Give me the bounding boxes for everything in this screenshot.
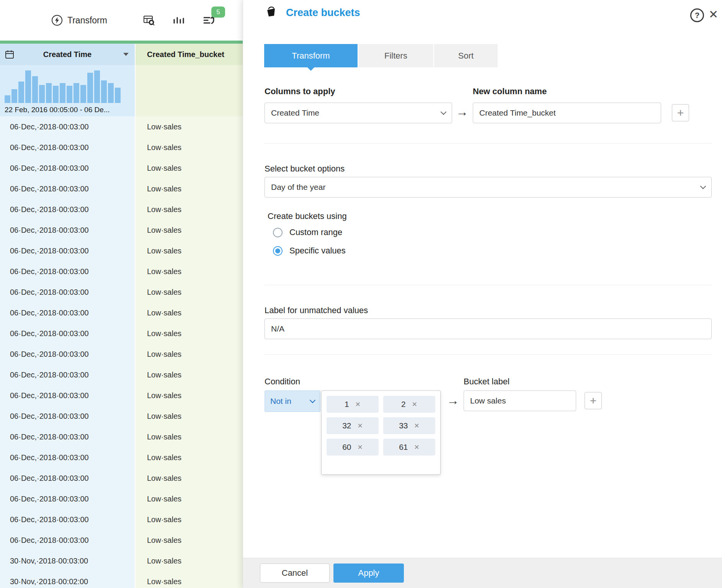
table-row[interactable]: 06·Dec,·2018·00:03:00Low·sales xyxy=(0,240,243,261)
cell-created-time: 06·Dec,·2018·00:03:00 xyxy=(0,426,136,447)
table-row[interactable]: 06·Dec,·2018·00:03:00Low·sales xyxy=(0,178,243,199)
dialog-tabs: TransformFiltersSort xyxy=(264,44,498,67)
cell-created-time: 06·Dec,·2018·00:03:00 xyxy=(0,302,136,323)
plus-icon: + xyxy=(590,395,597,407)
table-row[interactable]: 06·Dec,·2018·00:03:00Low·sales xyxy=(0,137,243,158)
columns-to-apply-select[interactable]: Created Time xyxy=(265,103,452,123)
cell-created-time: 06·Dec,·2018·00:03:00 xyxy=(0,385,136,406)
cell-created-time: 06·Dec,·2018·00:03:00 xyxy=(0,344,136,364)
column-summary-row: 22 Feb, 2016 00:05:00 - 06 De... xyxy=(0,65,243,116)
table-row[interactable]: 06·Dec,·2018·00:03:00Low·sales xyxy=(0,323,243,344)
cell-created-time-bucket: Low·sales xyxy=(136,240,243,261)
transform-steps-icon[interactable]: 5 xyxy=(202,14,216,26)
histogram-bar xyxy=(32,76,38,103)
condition-values[interactable]: 1✕2✕32✕33✕60✕61✕ xyxy=(321,390,441,475)
created-time-histogram[interactable]: 22 Feb, 2016 00:05:00 - 06 De... xyxy=(0,65,136,116)
unmatched-values-input[interactable] xyxy=(265,318,712,339)
histogram-bar xyxy=(87,73,93,103)
table-body: 06·Dec,·2018·00:03:00Low·sales06·Dec,·20… xyxy=(0,116,243,588)
create-buckets-dialog: Create buckets ? ✕ TransformFiltersSort … xyxy=(243,0,722,588)
radio-label: Custom range xyxy=(289,227,342,237)
table-row[interactable]: 06·Dec,·2018·00:03:00Low·sales xyxy=(0,158,243,178)
table-row[interactable]: 06·Dec,·2018·00:03:00Low·sales xyxy=(0,385,243,406)
help-icon[interactable]: ? xyxy=(690,8,704,22)
column-menu-caret-icon[interactable] xyxy=(123,53,129,56)
cell-created-time: 06·Dec,·2018·00:03:00 xyxy=(0,447,136,468)
table-row[interactable]: 06·Dec,·2018·00:03:00Low·sales xyxy=(0,199,243,220)
bucket-icon xyxy=(265,5,278,18)
table-search-icon[interactable] xyxy=(142,14,155,27)
cell-created-time: 06·Dec,·2018·00:03:00 xyxy=(0,220,136,240)
histogram-bar xyxy=(5,95,10,103)
column-header-created-time[interactable]: Created Time xyxy=(0,44,136,65)
table-row[interactable]: 06·Dec,·2018·00:03:00Low·sales xyxy=(0,426,243,447)
cell-created-time: 06·Dec,·2018·00:03:00 xyxy=(0,488,136,509)
close-icon[interactable]: ✕ xyxy=(709,8,718,21)
selected-column-value: Created Time xyxy=(271,108,319,118)
table-row[interactable]: 06·Dec,·2018·00:03:00Low·sales xyxy=(0,344,243,364)
chip-remove-icon[interactable]: ✕ xyxy=(412,400,417,408)
condition-value-chip[interactable]: 2✕ xyxy=(383,396,435,413)
cell-created-time-bucket: Low·sales xyxy=(136,158,243,178)
table-row[interactable]: 06·Dec,·2018·00:03:00Low·sales xyxy=(0,447,243,468)
table-row[interactable]: 30·Nov,·2018·00:02:00Low·sales xyxy=(0,571,243,588)
bucket-label-input[interactable] xyxy=(464,390,576,411)
section-divider xyxy=(265,354,712,355)
table-row[interactable]: 06·Dec,·2018·00:03:00Low·sales xyxy=(0,530,243,550)
transform-menu-button[interactable]: Transform xyxy=(51,15,107,26)
cell-created-time-bucket: Low·sales xyxy=(136,488,243,509)
add-bucket-button[interactable]: + xyxy=(585,392,602,409)
condition-operator-select[interactable]: Not in xyxy=(265,390,320,412)
table-row[interactable]: 06·Dec,·2018·00:03:00Low·sales xyxy=(0,488,243,509)
new-column-name-input[interactable] xyxy=(473,103,661,123)
chip-remove-icon[interactable]: ✕ xyxy=(414,443,420,451)
table-row[interactable]: 06·Dec,·2018·00:03:00Low·sales xyxy=(0,364,243,385)
radio-custom-range[interactable]: Custom range xyxy=(273,227,342,237)
bucket-label-label: Bucket label xyxy=(464,377,510,387)
arrow-glyph: → xyxy=(456,105,468,119)
condition-value-chip[interactable]: 33✕ xyxy=(383,417,435,434)
table-row[interactable]: 06·Dec,·2018·00:03:00Low·sales xyxy=(0,261,243,282)
chip-remove-icon[interactable]: ✕ xyxy=(355,400,361,408)
condition-value-chip[interactable]: 1✕ xyxy=(327,396,379,413)
cell-created-time-bucket: Low·sales xyxy=(136,302,243,323)
table-row[interactable]: 06·Dec,·2018·00:03:00Low·sales xyxy=(0,220,243,240)
cell-created-time: 06·Dec,·2018·00:03:00 xyxy=(0,282,136,302)
lightning-icon xyxy=(51,15,63,26)
tab-transform[interactable]: Transform xyxy=(264,44,358,67)
table-row[interactable]: 06·Dec,·2018·00:03:00Low·sales xyxy=(0,302,243,323)
cell-created-time-bucket: Low·sales xyxy=(136,220,243,240)
progress-bar xyxy=(0,41,243,44)
cancel-button[interactable]: Cancel xyxy=(260,564,330,583)
table-row[interactable]: 06·Dec,·2018·00:03:00Low·sales xyxy=(0,509,243,530)
cell-created-time-bucket: Low·sales xyxy=(136,261,243,282)
chip-remove-icon[interactable]: ✕ xyxy=(358,443,363,451)
add-column-button[interactable]: + xyxy=(672,104,689,121)
bar-chart-icon[interactable] xyxy=(172,15,185,26)
table-row[interactable]: 06·Dec,·2018·00:03:00Low·sales xyxy=(0,116,243,137)
cell-created-time-bucket: Low·sales xyxy=(136,571,243,588)
condition-value-chip[interactable]: 60✕ xyxy=(327,439,379,456)
table-row[interactable]: 06·Dec,·2018·00:03:00Low·sales xyxy=(0,468,243,488)
condition-value-chip[interactable]: 32✕ xyxy=(327,417,379,434)
table-row[interactable]: 06·Dec,·2018·00:03:00Low·sales xyxy=(0,282,243,302)
cell-created-time: 06·Dec,·2018·00:03:00 xyxy=(0,158,136,178)
tab-sort[interactable]: Sort xyxy=(434,44,498,67)
column-header-created-time-bucket[interactable]: Created Time_bucket xyxy=(136,44,243,65)
tab-filters[interactable]: Filters xyxy=(358,44,433,67)
radio-specific-values[interactable]: Specific values xyxy=(273,246,346,256)
histogram-bar xyxy=(74,83,79,103)
cell-created-time: 06·Dec,·2018·00:03:00 xyxy=(0,468,136,488)
chip-remove-icon[interactable]: ✕ xyxy=(358,422,363,430)
bucket-options-select[interactable]: Day of the year xyxy=(265,177,712,198)
histogram-bar xyxy=(67,86,72,103)
condition-value-chip[interactable]: 61✕ xyxy=(383,439,435,456)
table-row[interactable]: 06·Dec,·2018·00:03:00Low·sales xyxy=(0,406,243,426)
bucket-options-label: Select bucket options xyxy=(265,164,345,174)
table-row[interactable]: 30·Nov,·2018·00:03:00Low·sales xyxy=(0,550,243,571)
apply-button[interactable]: Apply xyxy=(333,564,404,583)
histogram-bar xyxy=(25,70,31,103)
histogram-bar xyxy=(60,83,65,103)
chip-remove-icon[interactable]: ✕ xyxy=(414,422,420,430)
bucket-column-summary xyxy=(136,65,243,116)
